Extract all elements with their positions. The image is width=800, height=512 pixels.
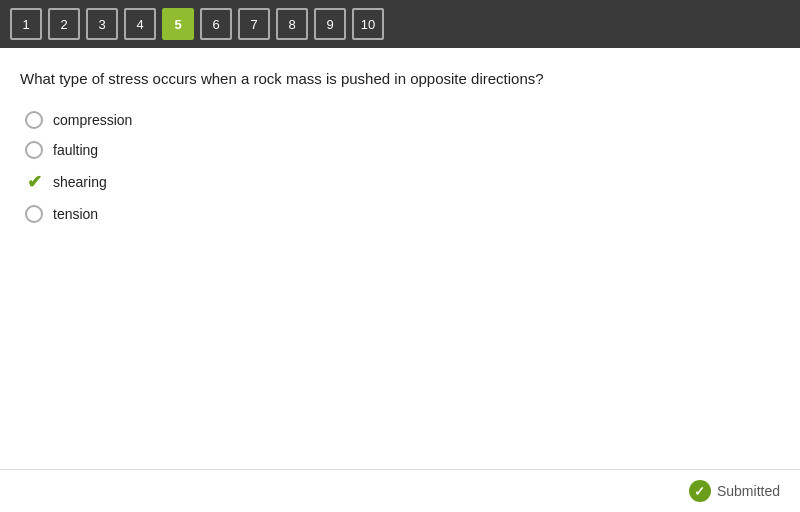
question-tab-4[interactable]: 4 [124,8,156,40]
main-content: What type of stress occurs when a rock m… [0,48,800,469]
question-tab-3[interactable]: 3 [86,8,118,40]
question-tab-7[interactable]: 7 [238,8,270,40]
question-tab-9[interactable]: 9 [314,8,346,40]
footer: ✓ Submitted [0,469,800,512]
question-tab-5[interactable]: 5 [162,8,194,40]
radio-circle [25,111,43,129]
answer-option-2[interactable]: ✔shearing [25,171,780,193]
question-tab-2[interactable]: 2 [48,8,80,40]
answer-options: compressionfaulting✔shearingtension [25,111,780,223]
option-label-3: tension [53,206,98,222]
question-text: What type of stress occurs when a rock m… [20,68,780,91]
option-label-1: faulting [53,142,98,158]
option-label-0: compression [53,112,132,128]
question-tab-6[interactable]: 6 [200,8,232,40]
checkmark-icon: ✔ [25,171,43,193]
submitted-label: Submitted [717,483,780,499]
option-label-2: shearing [53,174,107,190]
question-nav-bar: 12345678910 [0,0,800,48]
radio-circle [25,205,43,223]
answer-option-1[interactable]: faulting [25,141,780,159]
radio-circle [25,141,43,159]
submitted-check-icon: ✓ [689,480,711,502]
question-tab-1[interactable]: 1 [10,8,42,40]
question-tab-10[interactable]: 10 [352,8,384,40]
answer-option-0[interactable]: compression [25,111,780,129]
question-tab-8[interactable]: 8 [276,8,308,40]
submitted-badge: ✓ Submitted [689,480,780,502]
answer-option-3[interactable]: tension [25,205,780,223]
